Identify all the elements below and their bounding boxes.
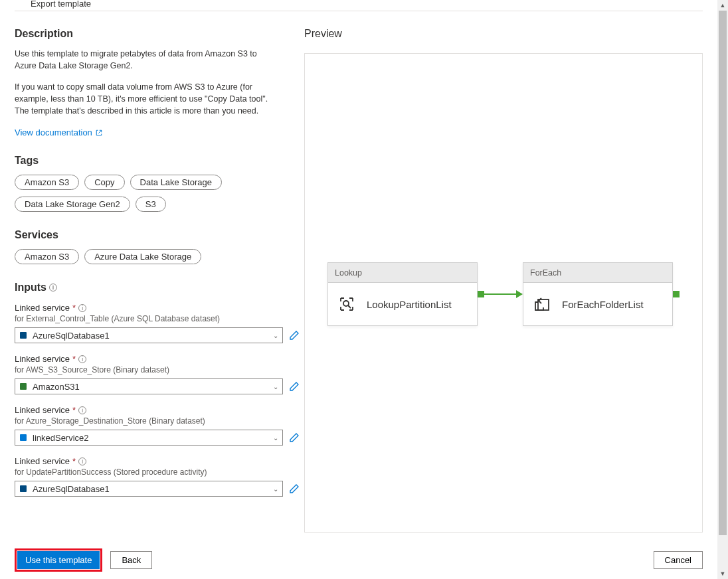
preview-canvas[interactable]: Lookup LookupPartitionList ForEach (304, 53, 703, 533)
scroll-down-arrow[interactable]: ▼ (717, 568, 728, 579)
node-output-port[interactable] (673, 291, 680, 297)
preview-heading: Preview (304, 28, 703, 40)
services-heading: Services (15, 229, 300, 241)
highlight-annotation: Use this template (15, 548, 102, 572)
chevron-down-icon: ⌄ (273, 332, 278, 339)
service-amazon-s3[interactable]: Amazon S3 (15, 249, 79, 264)
required-marker: * (72, 456, 76, 466)
linked-service-select-1[interactable]: AmazonS31 ⌄ (15, 378, 283, 394)
scroll-up-arrow[interactable]: ▲ (717, 0, 728, 11)
link-label: View documentation (15, 127, 92, 137)
pipeline-node-lookup[interactable]: Lookup LookupPartitionList (327, 262, 478, 326)
field-sub-3: for UpdatePartitionSuccess (Stored proce… (15, 467, 300, 477)
edit-icon[interactable] (288, 380, 300, 392)
info-icon[interactable]: i (78, 406, 86, 414)
svg-rect-2 (20, 434, 27, 441)
vertical-scrollbar[interactable]: ▲ ▼ (717, 0, 728, 579)
node-output-port[interactable] (478, 291, 484, 297)
tag-amazon-s3[interactable]: Amazon S3 (15, 175, 79, 190)
lookup-icon (336, 293, 357, 315)
field-sub-1: for AWS_S3_Source_Store (Binary dataset) (15, 365, 300, 374)
required-marker: * (72, 354, 76, 364)
select-value-3: AzureSqlDatabase1 (33, 484, 110, 494)
info-icon[interactable]: i (78, 355, 86, 363)
edit-icon[interactable] (288, 432, 300, 444)
chevron-down-icon: ⌄ (273, 434, 278, 442)
field-sub-0: for External_Control_Table (Azure SQL Da… (15, 314, 300, 323)
select-value-2: linkedService2 (33, 433, 89, 443)
info-icon[interactable]: i (78, 457, 86, 465)
field-label-2: Linked service (15, 405, 70, 415)
node-type-label: ForEach (523, 263, 672, 283)
edit-icon[interactable] (288, 329, 300, 341)
storage-icon (19, 433, 29, 442)
use-this-template-button[interactable]: Use this template (17, 551, 100, 569)
svg-rect-1 (20, 383, 27, 390)
connector-line (484, 293, 517, 295)
description-para1: Use this template to migrate petabytes o… (15, 48, 280, 72)
tag-data-lake-storage-gen2[interactable]: Data Lake Storage Gen2 (15, 197, 130, 212)
tag-copy[interactable]: Copy (84, 175, 124, 190)
field-label-0: Linked service (15, 303, 70, 313)
linked-service-select-2[interactable]: linkedService2 ⌄ (15, 430, 283, 446)
info-icon[interactable]: i (49, 284, 57, 291)
field-label-1: Linked service (15, 354, 70, 364)
required-marker: * (72, 405, 76, 415)
node-title: ForEachFolderList (562, 299, 644, 310)
external-link-icon (95, 129, 103, 137)
tags-heading: Tags (15, 155, 300, 167)
linked-service-select-3[interactable]: AzureSqlDatabase1 ⌄ (15, 481, 283, 497)
tag-data-lake-storage[interactable]: Data Lake Storage (130, 175, 222, 190)
description-heading: Description (15, 28, 300, 40)
edit-icon[interactable] (288, 483, 300, 495)
divider (15, 11, 703, 11)
amazon-s3-icon (19, 382, 29, 391)
svg-rect-0 (20, 332, 27, 339)
chevron-down-icon: ⌄ (273, 383, 278, 390)
svg-rect-3 (20, 485, 27, 492)
node-type-label: Lookup (328, 263, 477, 283)
chevron-down-icon: ⌄ (273, 485, 278, 493)
arrow-icon (516, 290, 523, 298)
scrollbar-thumb[interactable] (719, 11, 727, 535)
description-para2: If you want to copy small data volume fr… (15, 81, 280, 117)
back-button[interactable]: Back (110, 551, 152, 569)
select-value-1: AmazonS31 (33, 382, 80, 392)
field-label-3: Linked service (15, 456, 70, 466)
inputs-heading: Inputs (15, 282, 46, 293)
node-title: LookupPartitionList (367, 299, 452, 310)
sql-database-icon (19, 331, 29, 340)
sql-database-icon (19, 484, 29, 493)
field-sub-2: for Azure_Storage_Destination_Store (Bin… (15, 416, 300, 426)
foreach-icon (531, 293, 553, 315)
service-adls[interactable]: Azure Data Lake Storage (84, 249, 201, 264)
pipeline-node-foreach[interactable]: ForEach ForEachFolderList (523, 262, 673, 326)
svg-point-4 (343, 301, 349, 306)
cancel-button[interactable]: Cancel (654, 551, 703, 569)
required-marker: * (72, 303, 76, 313)
linked-service-select-0[interactable]: AzureSqlDatabase1 ⌄ (15, 327, 283, 343)
view-documentation-link[interactable]: View documentation (15, 127, 103, 137)
info-icon[interactable]: i (78, 304, 86, 312)
select-value-0: AzureSqlDatabase1 (33, 331, 110, 341)
breadcrumb-item[interactable]: Export template (31, 0, 91, 9)
tag-s3[interactable]: S3 (136, 197, 166, 212)
